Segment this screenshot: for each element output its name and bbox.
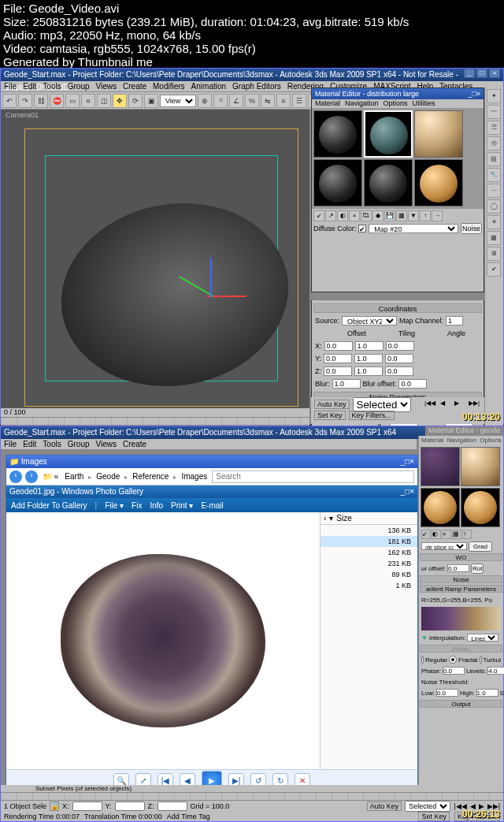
make-unique-icon[interactable]: ◆: [372, 210, 384, 221]
offset-spinner[interactable]: [447, 564, 469, 572]
add-time-tag[interactable]: Add Time Tag: [167, 813, 210, 820]
map-name-field[interactable]: de slice colors: [421, 542, 467, 550]
high-spinner[interactable]: [476, 689, 498, 697]
link-icon[interactable]: ⛓: [34, 94, 48, 108]
assign-icon[interactable]: ◐: [337, 210, 348, 221]
levels-spinner[interactable]: [487, 667, 504, 675]
blur-spinner[interactable]: [332, 379, 361, 389]
redo-icon[interactable]: ↷: [18, 94, 32, 108]
wpg-print[interactable]: Print ▾: [171, 501, 193, 510]
crumb-earth[interactable]: Earth: [63, 472, 85, 481]
create-tab-icon[interactable]: ✦: [487, 89, 501, 103]
map-name-field[interactable]: Map #20: [369, 224, 458, 233]
menu-edit[interactable]: Edit: [23, 81, 36, 91]
prev-frame-icon[interactable]: ◀: [440, 400, 451, 409]
pivot-icon[interactable]: ⊕: [198, 94, 212, 108]
turbul-radio[interactable]: [480, 656, 482, 664]
menu-animation[interactable]: Animation: [191, 81, 226, 91]
goto-start-icon[interactable]: |◀◀: [424, 400, 437, 409]
select-name-icon[interactable]: ≡: [81, 94, 95, 108]
me-menu-utilities[interactable]: Utilities: [413, 99, 435, 108]
play-icon[interactable]: ▶: [454, 400, 465, 409]
folder-icon[interactable]: 📁 «: [41, 472, 60, 481]
fractal-radio[interactable]: [449, 656, 457, 664]
menu-create[interactable]: Create: [123, 81, 146, 91]
options-icon[interactable]: ⋯: [487, 184, 501, 198]
material-slot[interactable]: [313, 110, 362, 158]
menu-graph[interactable]: Graph Editors: [232, 81, 281, 91]
wpg-add-folder[interactable]: Add Folder To Gallery: [11, 501, 87, 510]
source-dropdown[interactable]: Object XYZ: [342, 316, 397, 325]
menu-views[interactable]: Views: [96, 81, 117, 91]
scale-icon[interactable]: ▣: [144, 94, 158, 108]
flag-marker-icon[interactable]: ▼: [421, 634, 428, 642]
size-column[interactable]: ‹▾Size: [321, 512, 417, 525]
material-editor[interactable]: Material Editor - distribution large _□×…: [311, 87, 484, 292]
me-menu-options[interactable]: Options: [384, 99, 408, 108]
menu-file[interactable]: File: [4, 81, 17, 91]
key-filter-dropdown[interactable]: Selected: [353, 397, 411, 412]
explorer-window[interactable]: 📁 Images _□× ‹ › 📁 « Earth Geode Referen…: [6, 455, 418, 789]
autokey-button[interactable]: Auto Key: [367, 802, 402, 811]
me-menu-navigation[interactable]: Navigation: [345, 99, 379, 108]
frame-indicator[interactable]: 0 / 100: [4, 408, 26, 416]
background-icon[interactable]: ▦: [487, 231, 501, 245]
motion-tab-icon[interactable]: ◎: [487, 136, 501, 151]
y-tiling[interactable]: [354, 354, 383, 363]
transform-z[interactable]: [158, 802, 187, 811]
crumb-geode[interactable]: Geode: [94, 472, 121, 481]
interp-dropdown[interactable]: Linear: [467, 634, 498, 642]
x-offset[interactable]: [324, 341, 353, 351]
material-slot[interactable]: [414, 159, 463, 206]
z-offset[interactable]: [324, 366, 352, 376]
go-sibling-icon[interactable]: →: [432, 210, 443, 221]
list-item[interactable]: 231 KB: [321, 558, 417, 569]
me-menu-material[interactable]: Material: [315, 99, 340, 108]
crumb-reference[interactable]: Reference: [131, 472, 170, 481]
show-end-icon[interactable]: ▼: [408, 210, 419, 221]
y-offset[interactable]: [324, 354, 352, 363]
next-frame-icon[interactable]: ▶▶|: [469, 400, 481, 409]
move-icon[interactable]: ✥: [113, 94, 127, 108]
menu-group[interactable]: Group: [68, 81, 90, 91]
search-input[interactable]: [212, 471, 414, 483]
timeline-ruler[interactable]: [1, 418, 309, 426]
video-check-icon[interactable]: ✔: [487, 262, 501, 277]
sample-type-icon[interactable]: ◯: [487, 199, 501, 214]
y-angle[interactable]: [385, 354, 413, 363]
angle-snap-icon[interactable]: ∠: [229, 94, 243, 108]
keyfilter-label[interactable]: Key Filters...: [349, 411, 395, 420]
gizmo-z-icon[interactable]: [210, 258, 212, 297]
wpg-fix[interactable]: Fix: [132, 501, 142, 510]
snap-icon[interactable]: ⌗: [213, 94, 228, 108]
select-region-icon[interactable]: ◫: [97, 94, 111, 108]
transform-y[interactable]: [115, 802, 145, 811]
regular-radio[interactable]: [421, 656, 424, 664]
modify-tab-icon[interactable]: 〰: [487, 105, 501, 119]
low-spinner[interactable]: [436, 689, 458, 697]
rotate-button[interactable]: Rot: [471, 563, 484, 574]
wpg-close-icon[interactable]: ×: [410, 487, 414, 496]
sample-uv-icon[interactable]: ⊞: [487, 247, 501, 261]
show-map-icon[interactable]: ▦: [396, 210, 407, 221]
material-slot[interactable]: [364, 159, 413, 206]
undo-icon[interactable]: ↶: [2, 94, 17, 108]
me-tool-icon[interactable]: ↑: [462, 530, 472, 539]
layer-icon[interactable]: ☰: [292, 94, 306, 108]
material-slot[interactable]: [364, 110, 413, 158]
material-slot[interactable]: [414, 110, 463, 158]
rotate-icon[interactable]: ⟳: [128, 94, 143, 108]
reset-icon[interactable]: ×: [349, 210, 360, 221]
align-icon[interactable]: ≡: [276, 94, 291, 108]
me-tool-icon[interactable]: ▦: [452, 530, 461, 539]
me-tool-icon[interactable]: ↙: [421, 530, 431, 539]
material-slot[interactable]: [461, 447, 500, 486]
transform-x[interactable]: [72, 802, 102, 811]
list-item[interactable]: 89 KB: [321, 569, 417, 580]
wpg-file[interactable]: File ▾: [105, 501, 124, 510]
type-button[interactable]: Grad: [469, 541, 492, 552]
gizmo-y-icon[interactable]: [179, 276, 213, 297]
utilities-tab-icon[interactable]: 🔧: [487, 168, 501, 182]
menu-modifiers[interactable]: Modifiers: [153, 81, 185, 91]
list-item[interactable]: 181 KB: [321, 536, 417, 547]
